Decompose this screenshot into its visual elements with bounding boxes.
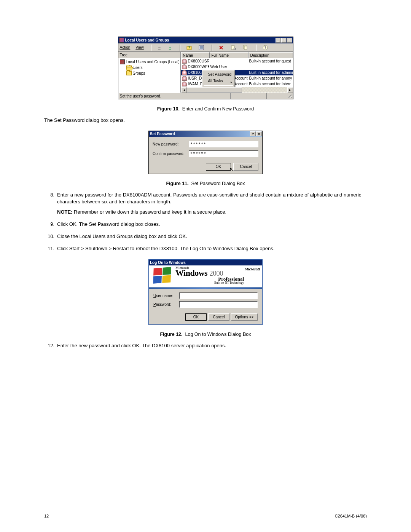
resize-grip-icon[interactable] bbox=[288, 94, 292, 98]
scroll-left-icon[interactable]: ◄ bbox=[181, 87, 187, 93]
tree-groups[interactable]: Groups bbox=[120, 70, 181, 76]
user-icon bbox=[182, 59, 187, 64]
horizontal-scrollbar[interactable]: ◄ ► bbox=[181, 87, 293, 93]
tree-root-label: Local Users and Groups (Local) bbox=[126, 60, 180, 64]
close-button[interactable]: × bbox=[287, 38, 292, 43]
dialog-titlebar[interactable]: Set Password ? × bbox=[149, 131, 262, 137]
menu-view[interactable]: View bbox=[135, 45, 144, 50]
root-icon bbox=[120, 59, 125, 64]
back-icon[interactable]: ⇦ bbox=[157, 45, 162, 50]
logon-dialog: Log On to Windows Microsoft Microsoft Wi… bbox=[148, 259, 263, 325]
help-button[interactable]: ? bbox=[250, 131, 256, 136]
toolbar-separator bbox=[256, 45, 256, 51]
delete-icon[interactable] bbox=[218, 44, 225, 51]
tree-users-label: Users bbox=[133, 66, 143, 70]
refresh-icon[interactable] bbox=[242, 44, 249, 51]
brand-windows: Windows 2000 bbox=[175, 269, 258, 277]
menu-delete[interactable]: Delete bbox=[203, 86, 234, 87]
windows-flag-icon bbox=[153, 267, 171, 283]
note-label: NOTE: bbox=[57, 209, 72, 215]
menu-separator bbox=[204, 85, 233, 86]
up-folder-icon[interactable] bbox=[186, 44, 193, 51]
user-row[interactable]: IWAM_D ocess Account Built-in account fo… bbox=[181, 81, 293, 87]
menu-set-password[interactable]: Set Password bbox=[203, 71, 234, 78]
user-row[interactable]: IUSR_DX st Account Built-in account for … bbox=[181, 75, 293, 81]
local-users-groups-window: Local Users and Groups _ □ × Action View… bbox=[118, 37, 293, 99]
page-number: 12 bbox=[44, 514, 49, 518]
col-name[interactable]: Name bbox=[181, 52, 210, 58]
window-title: Local Users and Groups bbox=[125, 38, 276, 42]
password-input[interactable] bbox=[179, 301, 258, 308]
menu-action[interactable]: Action bbox=[120, 45, 131, 50]
list-headers: Name Full Name Description bbox=[181, 52, 293, 58]
brand-tagline: Built on NT Technology bbox=[175, 281, 244, 284]
folder-open-icon bbox=[126, 66, 132, 70]
ok-button[interactable]: OK bbox=[206, 163, 231, 171]
svg-text:?: ? bbox=[264, 46, 266, 50]
minimize-button[interactable]: _ bbox=[276, 38, 281, 43]
cancel-button[interactable]: Cancel bbox=[208, 313, 229, 321]
step-11: Click Start > Shutdown > Restart to rebo… bbox=[44, 245, 367, 252]
ok-button[interactable]: OK bbox=[185, 313, 207, 321]
user-row[interactable]: DX8000WEB Web User bbox=[181, 64, 293, 70]
set-password-dialog: Set Password ? × New password: ****** Co… bbox=[148, 131, 263, 174]
confirm-password-label: Confirm password: bbox=[153, 152, 189, 156]
user-icon bbox=[182, 64, 187, 69]
cancel-button[interactable]: Cancel bbox=[233, 163, 258, 171]
step-9: Click OK. The Set Password dialog box cl… bbox=[44, 221, 367, 228]
dialog-title: Set Password bbox=[150, 131, 250, 137]
col-description[interactable]: Description bbox=[249, 52, 293, 58]
toolbar-separator bbox=[212, 45, 212, 51]
page-footer: 12 C2641M-B (4/08) bbox=[44, 514, 367, 518]
scroll-thumb[interactable] bbox=[187, 87, 242, 93]
new-password-label: New password: bbox=[153, 142, 189, 146]
instruction-list-2: Enter the new password and click OK. The… bbox=[44, 342, 367, 350]
properties-icon[interactable] bbox=[230, 44, 237, 51]
user-icon bbox=[182, 81, 187, 86]
user-icon bbox=[182, 76, 187, 81]
context-menu: Set Password All Tasks Delete Rename Pro… bbox=[202, 70, 235, 87]
username-label: User name: bbox=[153, 294, 179, 298]
tree-root[interactable]: Local Users and Groups (Local) bbox=[120, 59, 181, 65]
figure-11-caption: Figure 11. Set Password Dialog Box bbox=[44, 181, 367, 186]
close-button[interactable]: × bbox=[256, 131, 262, 136]
body-text: The Set Password dialog box opens. bbox=[44, 117, 367, 124]
user-icon bbox=[182, 70, 187, 75]
password-label: Password: bbox=[153, 302, 179, 307]
document-id: C2641M-B (4/08) bbox=[335, 514, 367, 518]
folder-icon bbox=[126, 71, 132, 75]
new-password-input[interactable]: ****** bbox=[189, 141, 258, 147]
maximize-button[interactable]: □ bbox=[281, 38, 287, 43]
svg-point-6 bbox=[234, 48, 236, 50]
options-button[interactable]: Options >> bbox=[231, 313, 258, 321]
figure-10-caption: Figure 10. Enter and Confirm New Passwor… bbox=[44, 106, 367, 112]
username-input[interactable] bbox=[179, 292, 258, 299]
window-titlebar[interactable]: Local Users and Groups _ □ × bbox=[118, 37, 293, 43]
status-cell bbox=[267, 93, 293, 99]
instruction-list: Enter a new password for the DX8100ADM a… bbox=[44, 192, 367, 252]
toolbar-separator bbox=[151, 45, 151, 51]
menu-all-tasks[interactable]: All Tasks bbox=[203, 78, 234, 84]
app-icon bbox=[119, 38, 124, 43]
status-cell bbox=[231, 93, 267, 99]
svg-rect-8 bbox=[244, 46, 247, 50]
step-10: Close the Local Users and Groups dialog … bbox=[44, 233, 367, 240]
scroll-track[interactable] bbox=[187, 87, 287, 93]
help-icon[interactable]: ? bbox=[262, 44, 269, 51]
tree-groups-label: Groups bbox=[133, 71, 145, 75]
confirm-password-input[interactable]: ****** bbox=[189, 150, 258, 157]
tree-users[interactable]: Users bbox=[120, 65, 181, 70]
user-row-selected[interactable]: DX8100ADM Built-in account for admini bbox=[181, 70, 293, 75]
forward-icon[interactable]: ⇨ bbox=[167, 45, 173, 50]
status-text: Set the user's password. bbox=[118, 93, 231, 99]
list-icon[interactable] bbox=[198, 44, 205, 51]
list-pane: Name Full Name Description DX8000USR Bui… bbox=[181, 52, 293, 93]
step-8: Enter a new password for the DX8100ADM a… bbox=[44, 192, 367, 216]
tree-pane: Tree Local Users and Groups (Local) User… bbox=[118, 52, 182, 93]
user-row[interactable]: DX8000USR Built-in account for guest bbox=[181, 58, 293, 64]
scroll-right-icon[interactable]: ► bbox=[287, 87, 293, 93]
figure-12-caption: Figure 12. Log On to Windows Dialog Box bbox=[44, 332, 367, 337]
dialog-titlebar[interactable]: Log On to Windows bbox=[149, 260, 262, 265]
tree-header: Tree bbox=[118, 52, 181, 58]
col-fullname[interactable]: Full Name bbox=[210, 52, 249, 58]
